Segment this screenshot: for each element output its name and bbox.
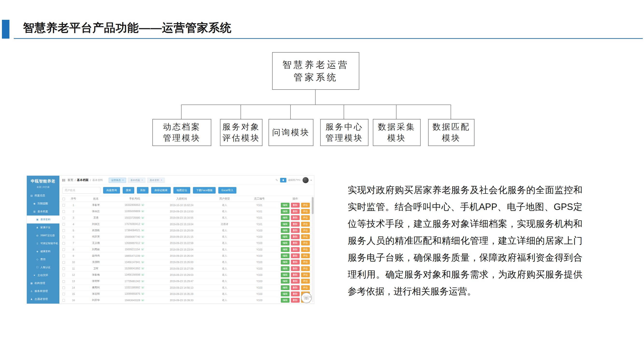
phone-icon[interactable]: ☏ (141, 203, 144, 206)
toolbar-button[interactable]: Excel导入 (218, 187, 236, 194)
evaluate-button[interactable]: 评估 (301, 247, 310, 252)
chevron-down-icon[interactable]: ▾ (310, 179, 312, 181)
edit-button[interactable]: 编辑 (281, 241, 290, 245)
sidebar-item[interactable]: ♙服务商管理 (27, 287, 60, 295)
phone-icon[interactable]: ☏ (141, 223, 144, 225)
row-checkbox[interactable] (62, 267, 65, 270)
tab-chip[interactable]: 基本资料× (147, 178, 165, 183)
phone-icon[interactable]: ☏ (141, 235, 144, 238)
evaluate-button[interactable]: 评估 (301, 253, 310, 258)
evaluate-button[interactable]: 评估 (301, 273, 310, 277)
edit-button[interactable]: 编辑 (281, 298, 290, 303)
phone-icon[interactable]: ☏ (141, 248, 144, 251)
delete-button[interactable]: 删除 (291, 222, 300, 227)
delete-button[interactable]: 删除 (291, 285, 300, 290)
toolbar-button[interactable]: 下载Face模板 (193, 187, 216, 194)
delete-button[interactable]: 删除 (291, 298, 300, 303)
toolbar-button[interactable]: 地图定位 (174, 187, 190, 194)
row-checkbox[interactable] (62, 287, 65, 289)
edit-button[interactable]: 编辑 (281, 209, 290, 214)
sidebar-item[interactable]: ◎XMAT定位器 (27, 231, 60, 239)
delete-button[interactable]: 删除 (291, 279, 300, 284)
delete-button[interactable]: 删除 (291, 292, 300, 296)
row-checkbox[interactable] (62, 299, 65, 302)
evaluate-button[interactable]: 评估 (301, 209, 310, 214)
phone-icon[interactable]: ☏ (141, 280, 144, 283)
delete-button[interactable]: 删除 (291, 234, 300, 239)
row-checkbox[interactable] (62, 280, 65, 283)
row-checkbox[interactable] (62, 217, 65, 219)
toolbar-button[interactable]: 添加 (137, 187, 148, 194)
delete-button[interactable]: 删除 (291, 241, 300, 245)
row-checkbox[interactable] (62, 236, 65, 238)
evaluate-button[interactable]: 评估 (301, 222, 310, 227)
edit-button[interactable]: 编辑 (281, 234, 290, 239)
select-all-checkbox[interactable] (62, 198, 65, 200)
row-checkbox[interactable] (62, 223, 65, 226)
phone-icon[interactable]: ☏ (141, 216, 144, 219)
phone-icon[interactable]: ☏ (141, 292, 144, 295)
evaluate-button[interactable]: 评估 (301, 215, 310, 220)
scrollbar-thumb[interactable] (312, 197, 314, 214)
floating-call-button[interactable]: ☏ ▾ (301, 293, 312, 303)
sidebar-item[interactable]: ♟家属子女 (27, 224, 60, 231)
scrollbar[interactable] (312, 196, 314, 302)
tab-close-icon[interactable]: × (161, 179, 162, 181)
tab-close-icon[interactable]: × (122, 179, 124, 181)
edit-button[interactable]: 编辑 (281, 228, 290, 233)
evaluate-button[interactable]: 评估 (301, 203, 310, 208)
row-checkbox[interactable] (62, 255, 65, 257)
edit-button[interactable]: 编辑 (281, 247, 290, 252)
sidebar-item[interactable]: ◇费用 (27, 255, 60, 263)
phone-icon[interactable]: ☏ (141, 299, 144, 302)
tab-close-icon[interactable]: × (142, 179, 143, 181)
row-checkbox[interactable] (62, 261, 65, 264)
phone-icon[interactable]: ☏ (141, 254, 144, 257)
sidebar-item[interactable]: ◈健康资料 (27, 247, 60, 255)
row-checkbox[interactable] (62, 293, 65, 295)
toolbar-button[interactable]: 身份证检索 (151, 187, 171, 194)
sidebar-item[interactable]: ☐人脸认证 (27, 263, 60, 271)
edit-button[interactable]: 编辑 (281, 253, 290, 258)
row-checkbox[interactable] (62, 204, 65, 207)
edit-button[interactable]: 编辑 (281, 222, 290, 227)
phone-icon[interactable]: ☏ (141, 273, 144, 276)
evaluate-button[interactable]: 评估 (301, 228, 310, 233)
notification-badge[interactable] (280, 178, 286, 182)
row-checkbox[interactable] (62, 210, 65, 213)
phone-icon[interactable]: ☏ (141, 210, 144, 213)
avatar[interactable] (302, 177, 308, 183)
edit-button[interactable]: 编辑 (281, 292, 290, 296)
evaluate-button[interactable]: 评估 (301, 266, 310, 271)
phone-icon[interactable]: ☏ (141, 286, 144, 289)
sidebar-item[interactable]: ▤档案信息 (27, 192, 60, 200)
sidebar-item[interactable]: ▣基本资料 (27, 216, 60, 224)
edit-button[interactable]: 编辑 (281, 273, 290, 277)
edit-icon[interactable]: ✎ (276, 178, 278, 182)
delete-button[interactable]: 删除 (291, 253, 300, 258)
sidebar-item[interactable]: ▦机构管理 (27, 279, 60, 287)
toolbar-button[interactable]: 高级查询 (103, 187, 120, 194)
edit-button[interactable]: 编辑 (281, 279, 290, 284)
delete-button[interactable]: 删除 (291, 215, 300, 220)
toolbar-button[interactable]: 搜索 (123, 187, 134, 194)
delete-button[interactable]: 删除 (291, 228, 300, 233)
row-checkbox[interactable] (62, 248, 65, 251)
delete-button[interactable]: 删除 (291, 260, 300, 265)
evaluate-button[interactable]: 评估 (301, 285, 310, 290)
edit-button[interactable]: 编辑 (281, 215, 290, 220)
breadcrumb-section[interactable]: 基本档案 (77, 178, 88, 182)
evaluate-button[interactable]: 评估 (301, 279, 310, 284)
phone-icon[interactable]: ☏ (141, 242, 144, 245)
delete-button[interactable]: 删除 (291, 273, 300, 277)
delete-button[interactable]: 删除 (291, 209, 300, 214)
delete-button[interactable]: 删除 (291, 266, 300, 271)
evaluate-button[interactable]: 评估 (301, 260, 310, 265)
row-checkbox[interactable] (62, 229, 65, 232)
tab-chip[interactable]: 基本档案× (128, 178, 145, 183)
phone-icon[interactable]: ☏ (141, 229, 144, 232)
edit-button[interactable]: 编辑 (281, 203, 290, 208)
sidebar-item[interactable]: ♟志愿者管理 (27, 295, 60, 303)
delete-button[interactable]: 删除 (291, 203, 300, 208)
delete-button[interactable]: 删除 (291, 247, 300, 252)
